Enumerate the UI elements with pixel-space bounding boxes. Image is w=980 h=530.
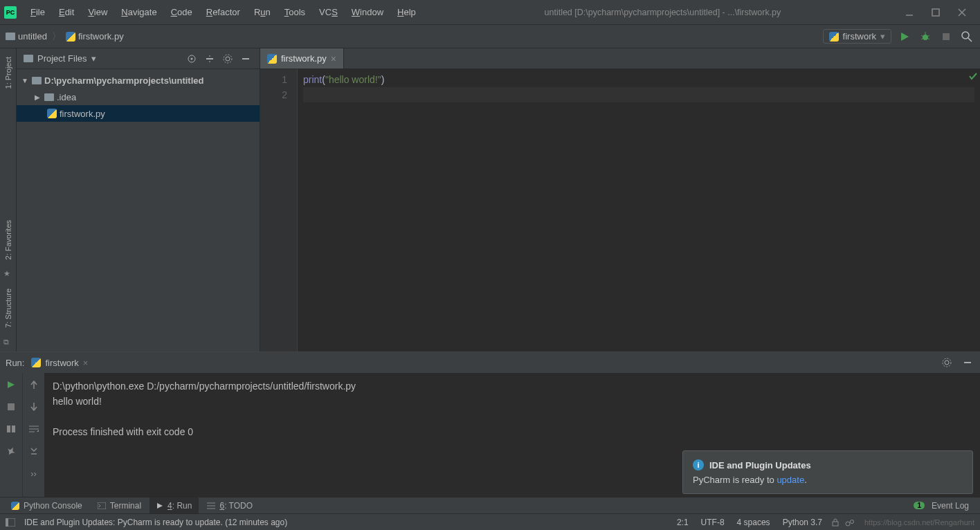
inspector-icon[interactable] (845, 518, 855, 527)
search-everywhere-button[interactable] (959, 29, 974, 44)
hide-run-button[interactable] (961, 356, 974, 369)
layout-button[interactable] (5, 423, 17, 435)
more-button[interactable]: ›› (28, 467, 40, 479)
svg-line-13 (968, 38, 972, 42)
status-python[interactable]: Python 3.7 (779, 518, 826, 527)
tool-tab-run[interactable]: 4: Run (149, 497, 199, 513)
editor-tab-firstwork[interactable]: firstwork.py × (260, 48, 344, 68)
run-button[interactable] (897, 29, 912, 44)
terminal-icon (98, 502, 106, 509)
star-icon: ★ (3, 269, 13, 279)
menu-view[interactable]: View (81, 4, 114, 20)
breadcrumb-file[interactable]: firstwork.py (66, 31, 124, 42)
menu-code[interactable]: Code (164, 4, 199, 20)
soft-wrap-button[interactable] (28, 423, 40, 435)
menu-navigate[interactable]: Navigate (114, 4, 163, 20)
minimize-icon (905, 8, 914, 17)
hide-panel-button[interactable] (239, 52, 253, 66)
tool-tab-python-console[interactable]: Python Console (4, 497, 89, 513)
update-link[interactable]: update (777, 475, 804, 485)
collapse-all-button[interactable] (203, 52, 217, 66)
status-position[interactable]: 2:1 (673, 518, 692, 527)
scroll-to-end-button[interactable] (28, 445, 40, 457)
breadcrumb-root-label: untitled (18, 31, 47, 42)
menu-refactor[interactable]: Refactor (199, 4, 247, 20)
lock-icon[interactable] (831, 518, 840, 527)
svg-marker-36 (157, 503, 163, 509)
target-icon (187, 54, 197, 64)
down-button[interactable] (28, 401, 40, 413)
settings-button[interactable] (221, 52, 235, 66)
panel-toggle-icon[interactable] (6, 518, 15, 527)
stop-icon (8, 403, 15, 410)
run-tab-firstwork[interactable]: firstwork × (31, 358, 88, 368)
bug-icon (920, 32, 931, 42)
menu-edit[interactable]: Edit (52, 4, 81, 20)
code-line: print("hello world!") (303, 72, 974, 87)
expand-arrow-icon[interactable]: ▶ (33, 93, 42, 101)
inspection-indicator[interactable] (969, 72, 977, 80)
menu-run[interactable]: Run (247, 4, 278, 20)
tree-idea-folder[interactable]: ▶ .idea (17, 89, 260, 105)
tool-tab-event-log[interactable]: 1 Event Log (907, 497, 976, 513)
breadcrumb: untitled 〉 firstwork.py (6, 30, 124, 43)
code-editor[interactable]: 1 2 print("hello world!") (260, 69, 980, 351)
editor-tab-label: firstwork.py (281, 53, 327, 64)
status-bar: IDE and Plugin Updates: PyCharm is ready… (0, 513, 980, 530)
structure-icon: ⧉ (3, 338, 13, 347)
status-encoding[interactable]: UTF-8 (698, 518, 728, 527)
tool-tab-todo[interactable]: 6: TODO (200, 497, 260, 513)
svg-point-22 (943, 358, 951, 367)
console-line (53, 409, 972, 424)
run-configuration-selector[interactable]: firstwork ▾ (823, 29, 891, 44)
chevron-down-icon: ▾ (91, 53, 96, 64)
notification-popup[interactable]: i IDE and Plugin Updates PyCharm is read… (682, 450, 973, 494)
gutter[interactable]: 1 2 (260, 69, 298, 351)
notification-text: PyCharm is ready to (693, 475, 777, 485)
locate-button[interactable] (185, 52, 199, 66)
expand-arrow-icon[interactable]: ▼ (21, 77, 29, 84)
check-icon (969, 72, 977, 80)
rerun-button[interactable] (5, 378, 17, 391)
rail-project[interactable]: 1: Project (3, 53, 14, 93)
breadcrumb-root[interactable]: untitled (6, 31, 47, 42)
stop-run-button[interactable] (5, 401, 17, 413)
rail-structure[interactable]: 7: Structure (3, 284, 14, 332)
project-view-selector[interactable]: Project Files ▾ (24, 53, 96, 64)
close-run-tab[interactable]: × (83, 358, 89, 368)
chevron-right-icon: ›› (30, 468, 37, 479)
menu-tools[interactable]: Tools (278, 4, 312, 20)
menu-file[interactable]: File (24, 4, 52, 20)
close-tab-button[interactable]: × (331, 53, 336, 64)
minimize-icon (241, 54, 251, 64)
minimize-button[interactable] (902, 6, 916, 19)
svg-rect-42 (833, 522, 838, 526)
code-content[interactable]: print("hello world!") (298, 69, 980, 351)
run-settings-button[interactable] (940, 356, 954, 369)
status-indent[interactable]: 4 spaces (734, 518, 774, 527)
project-tree[interactable]: ▼ D:\pycharm\pycharmprojects\untitled ▶ … (17, 69, 260, 351)
rail-favorites[interactable]: 2: Favorites (3, 216, 14, 264)
svg-rect-26 (7, 426, 10, 432)
project-panel: Project Files ▾ ▼ D:\pycharm\pycharmproj… (17, 48, 260, 351)
close-icon (958, 8, 966, 17)
menu-help[interactable]: Help (390, 4, 423, 20)
arrow-down-icon (30, 403, 37, 411)
up-button[interactable] (28, 378, 40, 391)
maximize-button[interactable] (929, 6, 943, 19)
layout-icon (7, 426, 15, 432)
status-message[interactable]: IDE and Plugin Updates: PyCharm is ready… (21, 518, 291, 527)
menu-vcs[interactable]: VCS (312, 4, 345, 20)
tree-root[interactable]: ▼ D:\pycharm\pycharmprojects\untitled (17, 72, 260, 89)
tool-tab-terminal[interactable]: Terminal (91, 497, 148, 513)
svg-point-5 (923, 35, 928, 40)
tree-file-firstwork[interactable]: firstwork.py (17, 105, 260, 122)
left-tool-rail: 1: Project 2: Favorites ★ 7: Structure ⧉ (0, 48, 17, 351)
pin-button[interactable] (5, 445, 17, 457)
stop-button[interactable] (938, 29, 954, 44)
close-button[interactable] (955, 6, 969, 19)
menu-window[interactable]: Window (345, 4, 390, 20)
debug-button[interactable] (918, 29, 933, 44)
event-badge: 1 (914, 502, 925, 509)
folder-icon (6, 33, 15, 40)
